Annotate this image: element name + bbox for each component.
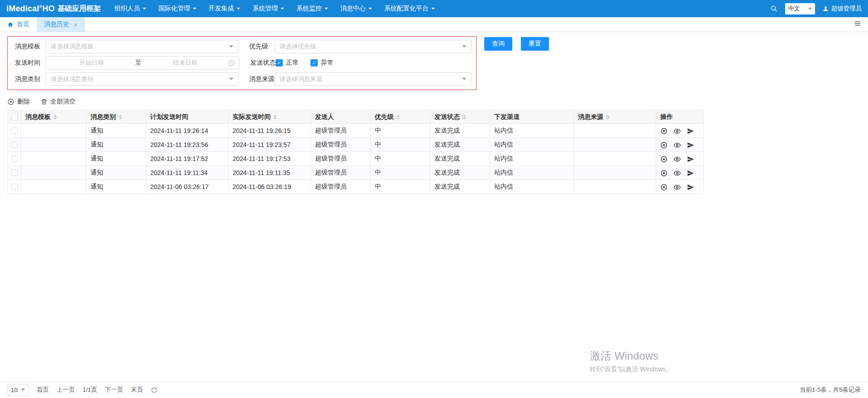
view-row-icon[interactable]	[673, 128, 681, 135]
category-filter-select[interactable]: 请选择消息类别	[46, 72, 238, 86]
table-row: 通知 2024-11-11 19:17:52 2024-11-11 19:17:…	[8, 152, 704, 166]
cell-planned-time: 2024-11-11 19:23:56	[146, 138, 229, 152]
status-checkbox-error[interactable]	[310, 59, 318, 66]
cell-priority: 中	[371, 180, 430, 194]
delete-selected-button[interactable]: 删除	[7, 98, 30, 106]
refresh-icon[interactable]	[151, 387, 157, 393]
source-filter-select[interactable]: 请选择消息来源	[275, 72, 472, 86]
cell-sender: 超级管理员	[311, 180, 371, 194]
start-date-input[interactable]: 开始日期	[50, 59, 133, 67]
col-header-template[interactable]: 消息模板	[21, 110, 86, 124]
status-option-normal[interactable]: 正常	[276, 59, 299, 67]
col-header-source[interactable]: 消息来源	[574, 110, 656, 124]
col-header-operations: 操作	[656, 110, 704, 124]
resend-row-icon[interactable]	[687, 128, 694, 135]
table-row: 通知 2024-11-11 19:23:56 2024-11-11 19:23:…	[8, 138, 704, 152]
cell-priority: 中	[371, 166, 430, 180]
cell-source	[574, 152, 656, 166]
pagination-bar: 10 首页 上一页 1/1页 下一页 末页 当前1-5条，共5条记录	[0, 381, 868, 398]
nav-menu-config-platform[interactable]: 系统配置化平台	[384, 5, 435, 13]
table-row: 通知 2024-11-06 03:26:17 2024-11-06 03:26:…	[8, 180, 704, 194]
cell-category: 通知	[86, 152, 146, 166]
cell-channel: 站内信	[490, 152, 574, 166]
cell-source	[574, 124, 656, 138]
nav-menu-system-mgmt[interactable]: 系统管理	[253, 5, 284, 13]
delete-row-icon[interactable]	[660, 142, 668, 149]
current-user[interactable]: 超级管理员	[822, 5, 862, 13]
select-all-checkbox[interactable]	[11, 114, 18, 120]
row-checkbox[interactable]	[11, 184, 18, 190]
resend-row-icon[interactable]	[687, 184, 694, 191]
prev-page-button[interactable]: 上一页	[57, 386, 75, 394]
sort-icon[interactable]	[119, 113, 122, 121]
cell-planned-time: 2024-11-11 19:26:14	[146, 124, 229, 138]
delete-row-icon[interactable]	[660, 184, 668, 191]
table-row: 通知 2024-11-11 19:26:14 2024-11-11 19:26:…	[8, 124, 704, 138]
next-page-button[interactable]: 下一页	[105, 386, 124, 394]
resend-row-icon[interactable]	[687, 170, 694, 177]
view-row-icon[interactable]	[673, 142, 681, 149]
tab-home[interactable]: 首页	[0, 17, 37, 32]
top-navbar: iMedical®HO 基础应用框架 组织人员 国际化管理 开发集成 系统管理 …	[0, 0, 868, 17]
sort-icon[interactable]	[463, 113, 466, 121]
clock-icon	[228, 60, 235, 66]
filter-fields-box: 消息模板 请选择消息模板 优先级 请选择优先级 发送时间 开始日期 至 结束日期…	[7, 36, 477, 90]
priority-filter-select[interactable]: 请选择优先级	[275, 40, 472, 53]
resend-row-icon[interactable]	[687, 156, 694, 163]
close-tab-icon[interactable]: ×	[74, 21, 78, 28]
col-header-category[interactable]: 消息类别	[86, 110, 146, 124]
status-checkbox-normal[interactable]	[276, 59, 283, 66]
sort-icon[interactable]	[53, 113, 57, 121]
col-header-channel: 下发渠道	[490, 110, 574, 124]
table-row: 通知 2024-11-11 19:11:34 2024-11-11 19:11:…	[8, 166, 704, 180]
search-icon[interactable]	[770, 5, 778, 13]
row-checkbox[interactable]	[11, 170, 18, 176]
template-filter-select[interactable]: 请选择消息模板	[46, 40, 238, 53]
cell-status: 发送完成	[430, 180, 490, 194]
nav-menu-dev-integration[interactable]: 开发集成	[209, 5, 240, 13]
col-header-status[interactable]: 发送状态	[430, 110, 490, 124]
cell-status: 发送完成	[430, 152, 490, 166]
tab-message-history[interactable]: 消息历史 ×	[37, 17, 85, 32]
cell-sender: 超级管理员	[311, 124, 371, 138]
row-checkbox[interactable]	[11, 128, 18, 134]
cell-category: 通知	[86, 166, 146, 180]
send-time-range-input[interactable]: 开始日期 至 结束日期	[46, 56, 239, 70]
search-button[interactable]: 查询	[484, 37, 512, 51]
cell-actual-time: 2024-11-11 19:23:57	[229, 138, 311, 152]
cell-operations	[656, 180, 704, 194]
nav-menu-i18n[interactable]: 国际化管理	[158, 5, 196, 13]
nav-menu-org[interactable]: 组织人员	[114, 5, 146, 13]
delete-row-icon[interactable]	[660, 156, 668, 163]
reset-button[interactable]: 重置	[521, 37, 549, 51]
tab-list-toggle[interactable]	[847, 17, 868, 32]
sort-icon[interactable]	[396, 113, 400, 121]
last-page-button[interactable]: 末页	[131, 386, 143, 394]
col-header-actual-time[interactable]: 实际发送时间	[229, 110, 311, 124]
resend-row-icon[interactable]	[687, 142, 694, 149]
clear-all-button[interactable]: 全部清空	[41, 98, 76, 106]
sort-icon[interactable]	[606, 113, 610, 121]
nav-menu-system-monitor[interactable]: 系统监控	[296, 5, 328, 13]
view-row-icon[interactable]	[673, 156, 681, 163]
col-header-planned-time[interactable]: 计划发送时间	[146, 110, 229, 124]
delete-row-icon[interactable]	[660, 128, 668, 135]
view-row-icon[interactable]	[673, 170, 681, 177]
row-checkbox[interactable]	[11, 156, 18, 162]
send-time-filter-label: 发送时间	[9, 59, 40, 67]
view-row-icon[interactable]	[673, 184, 681, 191]
row-checkbox[interactable]	[11, 142, 18, 148]
chevron-down-icon	[462, 78, 467, 82]
page-size-select[interactable]: 10	[7, 384, 29, 396]
sort-icon[interactable]	[273, 113, 277, 121]
first-page-button[interactable]: 首页	[37, 386, 49, 394]
col-header-priority[interactable]: 优先级	[371, 110, 430, 124]
nav-menu-message-center[interactable]: 消息中心	[340, 5, 372, 13]
status-option-error[interactable]: 异常	[310, 59, 334, 67]
language-select[interactable]: 中文	[785, 3, 815, 14]
cell-planned-time: 2024-11-06 03:26:17	[146, 180, 229, 194]
end-date-input[interactable]: 结束日期	[144, 59, 226, 67]
cell-channel: 站内信	[490, 138, 574, 152]
message-history-table-area: 消息模板 消息类别 计划发送时间 实际发送时间 发送人 优先级 发送状态 下发渠…	[0, 110, 868, 381]
delete-row-icon[interactable]	[660, 170, 668, 177]
